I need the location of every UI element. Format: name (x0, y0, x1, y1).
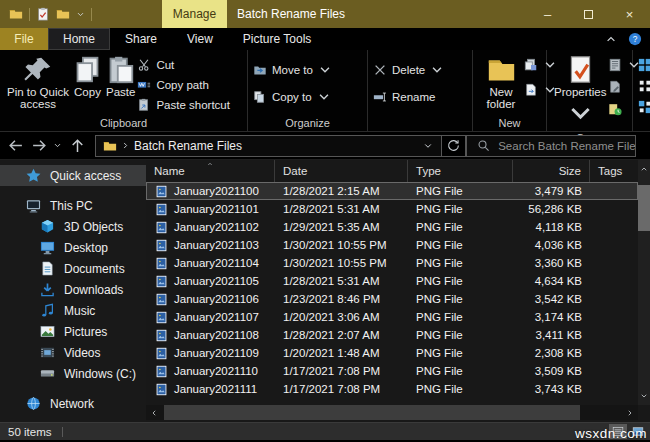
close-button[interactable]: × (609, 0, 650, 28)
paste-icon (106, 55, 135, 84)
scroll-down-icon[interactable] (640, 392, 648, 400)
star-icon (26, 168, 41, 183)
copy-button[interactable]: Copy (71, 53, 104, 100)
scroll-left-icon[interactable] (150, 409, 158, 417)
copy-path-button[interactable]: Copy path (137, 76, 230, 94)
move-to-icon (253, 63, 267, 77)
file-row[interactable]: January2021102 1/29/2021 5:35 AM PNG Fil… (146, 218, 638, 236)
refresh-button[interactable] (442, 135, 466, 157)
png-file-icon (155, 311, 168, 324)
file-row[interactable]: January2021108 1/28/2021 2:07 AM PNG Fil… (146, 326, 638, 344)
search-input[interactable] (498, 140, 635, 152)
minimize-button[interactable]: – (527, 0, 568, 28)
history-icon (608, 102, 622, 116)
sidebar-item-network[interactable]: Network (0, 393, 146, 414)
chevron-down-icon[interactable] (76, 10, 85, 19)
folder-icon[interactable] (9, 7, 23, 21)
png-file-icon (155, 329, 168, 342)
column-header-size[interactable]: Size (513, 160, 590, 182)
paste-button[interactable]: Paste (104, 53, 137, 100)
new-folder-icon (487, 55, 516, 84)
delete-button[interactable]: Delete (373, 61, 444, 79)
column-header-tags[interactable]: Tags (590, 160, 638, 182)
manage-context-tab[interactable]: Manage (162, 0, 227, 28)
search-box[interactable] (466, 135, 636, 157)
column-header-date[interactable]: Date (275, 160, 408, 182)
tab-home[interactable]: Home (48, 28, 110, 50)
svg-text:?: ? (633, 34, 638, 44)
file-row[interactable]: January2021103 1/30/2021 10:55 PM PNG Fi… (146, 236, 638, 254)
file-row[interactable]: January2021106 1/23/2021 8:46 PM PNG Fil… (146, 290, 638, 308)
invert-selection-button[interactable]: Invert selection (638, 98, 650, 116)
new-folder-button[interactable]: New folder (478, 53, 524, 112)
sidebar-item-3d-objects[interactable]: 3D Objects (0, 216, 146, 237)
folder-icon[interactable] (56, 7, 70, 21)
sidebar-item-desktop[interactable]: Desktop (0, 237, 146, 258)
select-all-button[interactable]: Select all (638, 56, 650, 74)
file-row[interactable]: January2021111 1/17/2021 7:08 PM PNG Fil… (146, 380, 638, 398)
png-file-icon (155, 347, 168, 360)
sidebar-item-downloads[interactable]: Downloads (0, 279, 146, 300)
cut-button[interactable]: Cut (137, 56, 230, 74)
file-row[interactable]: January2021110 1/17/2021 7:08 PM PNG Fil… (146, 362, 638, 380)
sidebar-item-quick-access[interactable]: Quick access (0, 165, 146, 186)
pin-to-quick-access-button[interactable]: Pin to Quick access (5, 53, 71, 112)
ribbon-group-organize: Move to Copy to Organize (248, 50, 368, 131)
horizontal-scroll-thumb[interactable] (164, 405, 580, 420)
sidebar-item-this-pc[interactable]: This PC (0, 195, 146, 216)
paste-shortcut-button[interactable]: Paste shortcut (137, 96, 230, 114)
forward-button[interactable] (31, 137, 48, 154)
scroll-right-icon[interactable] (626, 409, 634, 417)
png-file-icon (155, 203, 168, 216)
column-header-type[interactable]: Type (408, 160, 513, 182)
ribbon-group-select: Select all Select none Invert selection … (633, 50, 650, 131)
properties-button[interactable]: Properties (552, 53, 608, 132)
rename-button[interactable]: Rename (373, 88, 444, 106)
up-button[interactable] (69, 137, 86, 154)
sidebar-item-pictures[interactable]: Pictures (0, 321, 146, 342)
tab-share[interactable]: Share (110, 28, 172, 50)
tab-view[interactable]: View (172, 28, 228, 50)
column-header-name[interactable]: Name (146, 160, 275, 182)
move-to-button[interactable]: Move to (253, 61, 332, 79)
copy-to-icon (253, 90, 267, 104)
select-none-button[interactable]: Select none (638, 77, 650, 95)
sidebar-item-music[interactable]: Music (0, 300, 146, 321)
status-bar: 50 items (0, 422, 650, 440)
group-label-new: New (473, 115, 546, 131)
address-box[interactable]: Batch Rename Files (95, 135, 442, 157)
tab-file[interactable]: File (0, 28, 48, 50)
file-row[interactable]: January2021104 1/30/2021 10:55 PM PNG Fi… (146, 254, 638, 272)
recent-locations-icon[interactable] (53, 141, 62, 150)
copy-to-button[interactable]: Copy to (253, 88, 332, 106)
back-button[interactable] (7, 137, 24, 154)
maximize-button[interactable] (568, 0, 609, 28)
cut-icon (137, 58, 151, 72)
horizontal-scrollbar[interactable] (146, 405, 638, 420)
file-row[interactable]: January2021107 1/20/2021 3:06 AM PNG Fil… (146, 308, 638, 326)
computer-icon (26, 198, 41, 213)
column-headers: Name Date Type Size Tags (146, 160, 638, 182)
separator (29, 8, 30, 21)
sidebar-item-windows-c[interactable]: Windows (C:) (0, 363, 146, 384)
vertical-scrollbar[interactable] (638, 160, 650, 405)
file-row[interactable]: January2021105 1/28/2021 5:31 AM PNG Fil… (146, 272, 638, 290)
file-row[interactable]: January2021101 1/28/2021 5:31 AM PNG Fil… (146, 200, 638, 218)
collapse-ribbon-icon[interactable] (605, 33, 617, 45)
picture-icon (40, 324, 55, 339)
breadcrumb[interactable]: Batch Rename Files (134, 139, 242, 153)
vertical-scroll-thumb[interactable] (638, 185, 650, 231)
invert-selection-icon (638, 100, 650, 114)
help-icon[interactable]: ? (628, 32, 642, 46)
sidebar-item-documents[interactable]: Documents (0, 258, 146, 279)
sidebar-item-videos[interactable]: Videos (0, 342, 146, 363)
chevron-down-icon (430, 63, 444, 77)
clipboard-check-icon[interactable] (36, 7, 50, 21)
address-dropdown-icon[interactable] (423, 141, 433, 151)
png-file-icon (155, 185, 168, 198)
file-row[interactable]: January2021100 1/28/2021 2:15 AM PNG Fil… (146, 182, 638, 200)
scroll-up-icon[interactable] (640, 165, 648, 173)
file-row[interactable]: January2021109 1/20/2021 1:48 AM PNG Fil… (146, 344, 638, 362)
easy-access-icon (524, 83, 538, 97)
tab-picture-tools[interactable]: Picture Tools (228, 28, 326, 50)
